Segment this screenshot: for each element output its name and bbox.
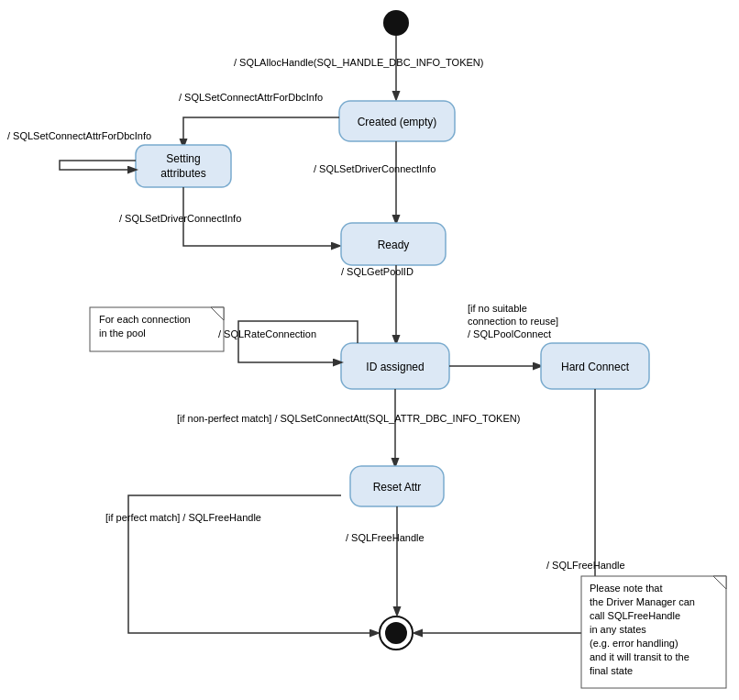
arrow-hc-final	[414, 389, 595, 633]
state-ready-label: Ready	[378, 239, 410, 251]
label-setconn-left: / SQLSetConnectAttrForDbcInfo	[7, 130, 151, 141]
label-setdriver1: / SQLSetDriverConnectInfo	[314, 163, 436, 174]
state-setting	[136, 145, 231, 187]
final-note-l1: Please note that	[590, 583, 663, 594]
label-perfectmatch: [if perfect match] / SQLFreeHandle	[105, 512, 261, 523]
state-diagram: Created (empty) Setting attributes Ready…	[0, 0, 739, 700]
arrow-created-setting	[183, 117, 339, 147]
state-setting-label1: Setting	[166, 152, 200, 165]
arrow-id-self	[238, 321, 358, 362]
state-created-label: Created (empty)	[358, 116, 437, 128]
label-nosuitable3: / SQLPoolConnect	[468, 328, 551, 339]
label-rate: / SQLRateConnection	[218, 328, 316, 339]
state-id-label: ID assigned	[366, 361, 424, 373]
label-nosuitable2: connection to reuse]	[468, 316, 558, 327]
final-note-l3: call SQLFreeHandle	[590, 610, 680, 621]
diagram-svg: Created (empty) Setting attributes Ready…	[0, 0, 739, 700]
initial-state	[383, 10, 409, 36]
state-reset-label: Reset Attr	[373, 481, 422, 494]
label-freehandle1: / SQLFreeHandle	[346, 532, 425, 543]
final-note-l4: in any states	[590, 624, 646, 635]
label-freehandle2: / SQLFreeHandle	[546, 560, 625, 571]
state-hardconnect-label: Hard Connect	[561, 361, 630, 373]
label-setdriver2: / SQLSetDriverConnectInfo	[119, 213, 241, 224]
label-nonperfect: [if non-perfect match] / SQLSetConnectAt…	[177, 413, 520, 424]
final-state-inner	[385, 622, 407, 644]
pool-note-text2: in the pool	[99, 328, 146, 339]
final-note-l2: the Driver Manager can	[590, 596, 695, 607]
state-setting-label2: attributes	[160, 167, 205, 180]
label-nosuitable1: [if no suitable	[468, 303, 527, 314]
label-setconn-top: / SQLSetConnectAttrForDbcInfo	[179, 92, 323, 103]
arrow-setting-self	[60, 161, 136, 170]
final-note-l6: and it will transit to the	[590, 651, 689, 662]
label-alloc: / SQLAllocHandle(SQL_HANDLE_DBC_INFO_TOK…	[234, 57, 483, 68]
label-getpoolid: / SQLGetPoolID	[341, 266, 414, 277]
final-note-l5: (e.g. error handling)	[590, 638, 678, 649]
pool-note-text1: For each connection	[99, 314, 191, 325]
final-note-l7: final state	[590, 665, 633, 676]
